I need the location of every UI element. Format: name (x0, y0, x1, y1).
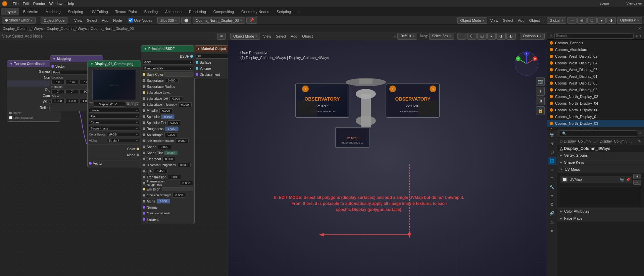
menu-render[interactable]: Render (33, 2, 45, 6)
transmission-val[interactable]: 0.000 (168, 175, 181, 179)
editor-type-dropdown[interactable]: ⬢ Shader Editor (2, 17, 36, 24)
tab-animation[interactable]: Animation (162, 8, 185, 15)
location-y[interactable]: 0 m (65, 80, 79, 85)
proportional-btn[interactable]: ◎ (577, 17, 587, 24)
trans-rough-val[interactable]: 0.000 (180, 181, 193, 185)
scene-item-north-04[interactable]: Cooms_North_Display_04 (547, 100, 644, 107)
specular-val[interactable]: 0.500 (161, 114, 175, 119)
section-uv-maps[interactable]: ▼ UV Maps (557, 166, 644, 173)
scene-item-north-02[interactable]: Cooms_North_Display_02 (547, 93, 644, 100)
orientation-dropdown[interactable]: Global (547, 17, 566, 24)
options-dropdown[interactable]: Options ▾ (617, 17, 642, 24)
tab-benanim[interactable]: BenAnim (20, 8, 42, 15)
prop-object-icon[interactable]: ◻ (548, 174, 556, 182)
slot-dropdown[interactable]: Slot 336 (157, 17, 180, 24)
alpha-val[interactable]: 1.000 (157, 199, 170, 204)
node-toolbar-add[interactable]: Add (24, 34, 32, 39)
scene-filter-btn[interactable]: ≡ (636, 34, 638, 38)
prop-view-layer-icon[interactable]: ⬡ (548, 148, 556, 156)
uv-map-remove-btn[interactable]: − (633, 180, 641, 185)
image-interp-dropdown[interactable]: Linear (89, 108, 139, 113)
alpha-dropdown[interactable]: Straight (107, 138, 139, 143)
scene-item-north-01[interactable]: Cooms_North_Display_01 (547, 113, 644, 120)
drag-dropdown[interactable]: Select Box (429, 33, 454, 40)
options-vp-dropdown[interactable]: Options ▾ (520, 33, 545, 40)
prop-constraints-icon[interactable]: 🔗 (548, 209, 556, 217)
scene-search-input[interactable] (554, 33, 634, 39)
viewport-shading-btn[interactable]: ● (597, 17, 606, 24)
menu-help[interactable]: Help (66, 2, 74, 6)
bsdf-distribution-dropdown[interactable]: GGX (143, 60, 193, 65)
vp-shading-render[interactable]: ◐ (506, 33, 516, 40)
viewport-select[interactable]: Select (501, 18, 515, 23)
viewport-3d[interactable]: Object Mode View Select Add Object ⊞ Def… (228, 32, 547, 276)
section-vertex-groups[interactable]: ▶ Vertex Groups (557, 152, 644, 159)
vp-camera-btn[interactable]: 📷 (536, 77, 545, 86)
scene-item-west-04[interactable]: Cooms_West_Display_04 (547, 60, 644, 66)
scene-item-west-03[interactable]: Cooms_West_Display_03 (547, 80, 644, 87)
vp-overlay-btn[interactable]: ⬡ (467, 33, 477, 40)
uv-map-add-btn[interactable]: + (633, 174, 641, 179)
bsdf-collapse[interactable]: ▼ (144, 47, 147, 51)
section-color-attributes[interactable]: ▶ Color Attributes (557, 208, 644, 215)
vp-gizmo-btn[interactable]: ⊹ (457, 33, 466, 40)
props-edit-btn[interactable]: ✎ (638, 139, 641, 144)
scale-x[interactable]: 1.000 (51, 99, 65, 103)
vp-shading-mat[interactable]: ◑ (496, 33, 506, 40)
bsdf-subsurface-dropdown[interactable]: Random Walk (143, 66, 193, 71)
colorspace-dropdown[interactable]: sRGB (107, 132, 139, 137)
node-canvas[interactable]: ▼ Texture Coordinate Generated Normal UV (0, 40, 228, 276)
node-toolbar-view[interactable]: View (2, 34, 11, 39)
material-name-dropdown[interactable]: Cooms_North_Display_03 (193, 17, 245, 24)
breadcrumb-item-2[interactable]: Cooms_North_Display_03 (91, 26, 134, 31)
scene-item-north-06[interactable]: Cooms_North_Display_06 (547, 107, 644, 113)
image-browse-btn[interactable]: ▣ (126, 102, 130, 106)
props-bc-item0[interactable]: Display_Column_... (564, 139, 596, 143)
emission-color[interactable] (162, 187, 193, 191)
props-filter-btn[interactable]: ≡ (639, 131, 641, 135)
metallic-val[interactable]: 0.000 (159, 108, 173, 113)
node-toolbar-select[interactable]: Select (12, 34, 23, 39)
object-mode-btn[interactable]: Object Mode (41, 17, 67, 24)
prop-modifiers-icon[interactable]: 🔧 (548, 183, 556, 191)
props-bc-item1[interactable]: Display_Column_... (600, 139, 632, 143)
tab-geometry-nodes[interactable]: Geometry Nodes (238, 8, 273, 15)
vp-mode-dropdown[interactable]: Object Mode (230, 33, 260, 40)
ior-val[interactable]: 1.450 (154, 169, 167, 173)
clearcoat-val[interactable]: 0.000 (162, 157, 176, 161)
prop-render-icon[interactable]: 📷 (548, 131, 556, 139)
props-search-input[interactable] (560, 130, 637, 136)
image-single-dropdown[interactable]: Single Image (89, 126, 139, 131)
location-x[interactable]: 0 m (51, 80, 65, 85)
base-color-swatch[interactable] (164, 72, 193, 77)
emission-str-val[interactable]: 0.000 (172, 193, 186, 198)
overlay-btn[interactable]: ⬡ (587, 17, 597, 24)
menu-window[interactable]: Window (49, 2, 62, 6)
viewport-resize-handle[interactable] (545, 40, 547, 276)
viewport-mode-dropdown[interactable]: Object Mode (457, 17, 487, 24)
viewport-view[interactable]: View (489, 18, 500, 23)
breadcrumb-item-0[interactable]: Display_Column_4Ways (3, 26, 43, 31)
scene-item-north-05[interactable]: Cooms_North_Display_05 (547, 127, 644, 129)
scene-item-west-01[interactable]: Cooms_West_Display_01 (547, 73, 644, 80)
menu-edit[interactable]: Edit (23, 2, 29, 6)
breadcrumb-item-1[interactable]: Display_Column_4Ways (47, 26, 87, 31)
pin-btn[interactable]: 📌 (246, 17, 257, 24)
sheen-val[interactable]: 0.000 (158, 145, 171, 149)
sub-ior-val[interactable]: 0.000 (169, 96, 183, 101)
scene-item-west-02[interactable]: Cooms_West_Display_02 (547, 53, 644, 60)
subsurface-val[interactable]: 0.000 (165, 78, 179, 83)
tab-sculpting[interactable]: Sculpting (64, 8, 86, 15)
material-icon-btn[interactable]: ⬤ (181, 17, 191, 24)
scene-item-comms-pannels[interactable]: Comms_Pannels (547, 40, 644, 46)
cc-rough-val[interactable]: 0.030 (177, 163, 191, 167)
image-ext-dropdown[interactable]: Repeat (89, 120, 139, 125)
vp-select[interactable]: Select (274, 34, 288, 39)
vp-object-menu[interactable]: Object (300, 34, 314, 39)
use-nodes-checkbox[interactable] (129, 18, 133, 22)
scale-y[interactable]: 1.000 (65, 99, 79, 103)
prop-material-icon[interactable]: ● (548, 227, 556, 235)
tab-compositing[interactable]: Compositing (210, 8, 237, 15)
tex-coord-collapse[interactable]: ▼ (10, 62, 13, 66)
tab-uv-editing[interactable]: UV Editing (87, 8, 111, 15)
